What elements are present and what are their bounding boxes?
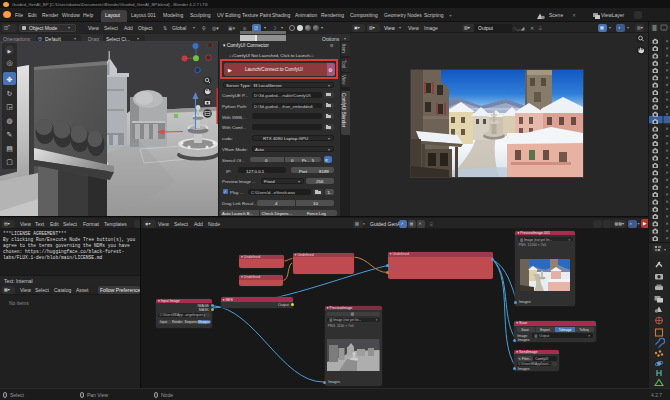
svg-text:↻: ↻: [7, 90, 13, 97]
svg-text:✥: ✥: [7, 76, 13, 83]
svg-text:▾: ▾: [664, 247, 666, 252]
svg-text:◎: ◎: [6, 59, 12, 66]
svg-text:▤: ▤: [6, 145, 13, 152]
svg-text:✎: ✎: [7, 131, 13, 138]
svg-text:◲: ◲: [6, 103, 13, 110]
svg-text:▢: ▢: [6, 158, 13, 165]
svg-text:◍: ◍: [6, 117, 12, 124]
svg-text:▶: ▶: [8, 48, 12, 54]
